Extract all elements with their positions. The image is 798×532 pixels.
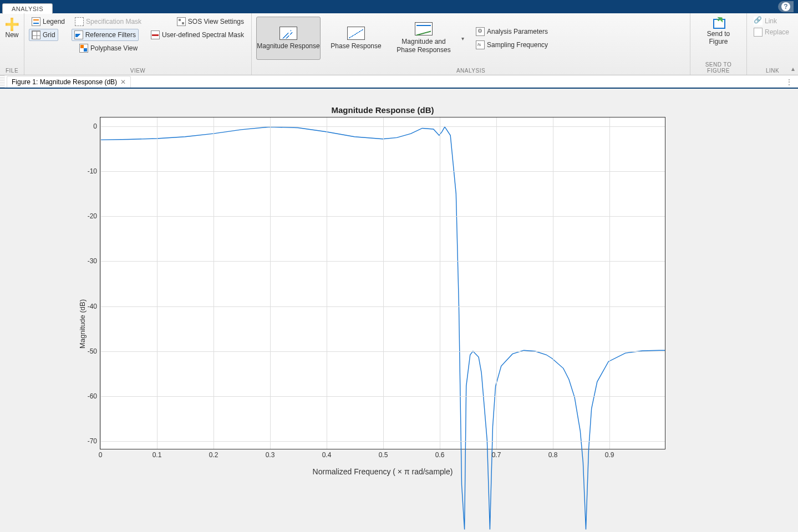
- chart-curve: [100, 117, 665, 449]
- chart-container: Magnitude Response (dB) 00.10.20.30.40.5…: [72, 105, 693, 493]
- close-tab-icon[interactable]: ✕: [120, 78, 126, 86]
- grid-icon: [32, 30, 40, 39]
- polyphase-button[interactable]: Polyphase View: [77, 42, 140, 54]
- grid-button[interactable]: Grid: [29, 29, 58, 41]
- mag-phase-label: Magnitude and Phase Responses: [392, 38, 455, 54]
- send-label: Send to Figure: [697, 30, 740, 45]
- ref-filters-button[interactable]: Reference Filters: [72, 29, 139, 41]
- user-mask-icon: [151, 30, 160, 39]
- params-icon: [476, 27, 485, 36]
- x-tick: 0.2: [209, 449, 218, 459]
- magnitude-icon: [279, 27, 297, 40]
- phase-icon: [347, 27, 365, 40]
- mag-phase-button[interactable]: Magnitude and Phase Responses: [392, 17, 456, 60]
- sampling-label: Sampling Frequency: [487, 41, 548, 49]
- plus-icon: [6, 18, 19, 31]
- plot-area: Magnitude Response (dB) 00.10.20.30.40.5…: [0, 89, 798, 532]
- group-title-send: SEND TO FIGURE: [695, 60, 742, 75]
- ref-filters-icon: [74, 30, 83, 39]
- x-tick: 0.1: [153, 449, 162, 459]
- spec-mask-icon: [75, 17, 84, 26]
- group-title-view: VIEW: [29, 66, 247, 75]
- group-title-file: FILE: [6, 66, 18, 75]
- collapse-ribbon-icon[interactable]: ▴: [791, 65, 795, 73]
- sampling-frequency-button[interactable]: Sampling Frequency: [474, 39, 550, 50]
- user-mask-button[interactable]: User-defined Spectral Mask: [148, 29, 247, 41]
- legend-label: Legend: [43, 18, 65, 25]
- plot-box[interactable]: 00.10.20.30.40.50.60.70.80.90-10-20-30-4…: [100, 117, 665, 449]
- spec-mask-label: Specification Mask: [86, 18, 141, 25]
- link-icon: [754, 17, 763, 25]
- y-tick: -60: [78, 392, 100, 400]
- group-title-link: LINK: [751, 66, 794, 75]
- y-tick: -20: [78, 212, 100, 220]
- mag-phase-icon: [415, 22, 433, 35]
- ribbon-group-view: Legend Specification Mask SOS View Setti…: [24, 13, 252, 75]
- x-tick: 0.8: [548, 449, 558, 459]
- replace-button: Replace: [751, 27, 794, 38]
- legend-button[interactable]: Legend: [29, 16, 68, 28]
- y-tick: 0: [78, 122, 100, 130]
- document-tab-bar: Figure 1: Magnitude Response (dB) ✕ ⋮: [0, 75, 798, 89]
- grid-label: Grid: [43, 31, 55, 39]
- magnitude-label: Magnitude Response: [257, 42, 319, 50]
- ribbon-tab-analysis[interactable]: ANALYSIS: [2, 3, 53, 14]
- phase-label: Phase Response: [331, 42, 381, 50]
- ribbon-group-file: New FILE: [0, 13, 24, 75]
- new-button[interactable]: New: [3, 16, 21, 41]
- figure-tab[interactable]: Figure 1: Magnitude Response (dB) ✕: [7, 76, 131, 88]
- analysis-more-dropdown[interactable]: [459, 35, 466, 42]
- ribbon-group-send: Send to Figure SEND TO FIGURE: [690, 13, 747, 75]
- link-button: Link: [751, 16, 794, 27]
- polyphase-icon: [79, 44, 88, 53]
- params-label: Analysis Parameters: [487, 28, 548, 35]
- send-to-figure-button[interactable]: Send to Figure: [695, 16, 742, 48]
- link-label: Link: [765, 17, 777, 25]
- ribbon-group-link: Link Replace LINK ▴: [747, 13, 798, 75]
- y-tick: -30: [78, 257, 100, 265]
- x-tick: 0.6: [435, 449, 445, 459]
- replace-icon: [754, 28, 763, 37]
- analysis-parameters-button[interactable]: Analysis Parameters: [474, 26, 550, 37]
- user-mask-label: User-defined Spectral Mask: [162, 31, 244, 39]
- new-label: New: [6, 31, 19, 39]
- x-tick: 0.5: [379, 449, 388, 459]
- ribbon-group-analysis: Magnitude Response Phase Response Magnit…: [252, 13, 690, 75]
- tab-menu-icon[interactable]: ⋮: [785, 78, 794, 86]
- magnitude-response-button[interactable]: Magnitude Response: [256, 17, 321, 60]
- group-title-analysis: ANALYSIS: [256, 66, 685, 75]
- y-tick: -10: [78, 167, 100, 175]
- spec-mask-button: Specification Mask: [72, 16, 144, 28]
- ref-filters-label: Reference Filters: [85, 31, 136, 39]
- figure-tab-label: Figure 1: Magnitude Response (dB): [12, 78, 117, 86]
- y-axis-label: Magnitude (dB): [78, 299, 87, 349]
- sos-icon: [177, 17, 186, 26]
- sos-label: SOS View Settings: [188, 18, 244, 25]
- sos-button[interactable]: SOS View Settings: [174, 16, 247, 28]
- phase-response-button[interactable]: Phase Response: [324, 17, 388, 60]
- y-tick: -70: [78, 437, 100, 445]
- x-tick: 0.4: [322, 449, 332, 459]
- x-tick: 0.7: [492, 449, 501, 459]
- send-icon: [712, 18, 725, 29]
- polyphase-label: Polyphase View: [90, 44, 138, 52]
- x-tick: 0: [99, 449, 103, 459]
- x-tick: 0.9: [605, 449, 614, 459]
- ribbon: New FILE Legend Specification Mask SOS V…: [0, 13, 798, 75]
- chart-title: Magnitude Response (dB): [72, 105, 693, 115]
- legend-icon: [32, 17, 40, 26]
- title-bar: ANALYSIS: [0, 0, 798, 13]
- replace-label: Replace: [765, 28, 789, 36]
- x-tick: 0.3: [266, 449, 275, 459]
- help-button[interactable]: [778, 1, 794, 12]
- fs-icon: [476, 40, 485, 49]
- x-axis-label: Normalized Frequency ( × π rad/sample): [72, 467, 693, 476]
